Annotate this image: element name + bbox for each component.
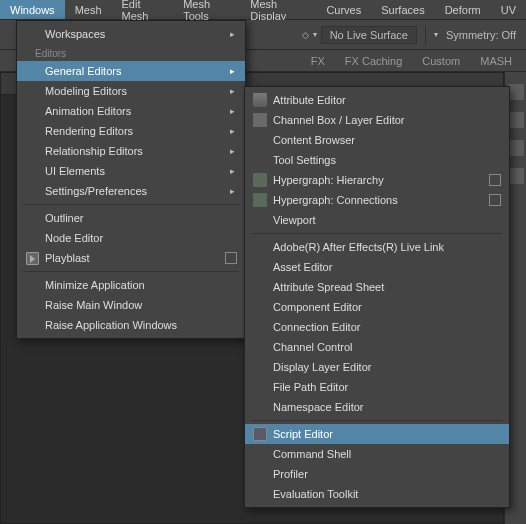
- submenu-item-asset-editor[interactable]: Asset Editor: [245, 257, 509, 277]
- menu-separator: [251, 233, 503, 234]
- shelf-tab-custom[interactable]: Custom: [418, 53, 464, 69]
- symmetry-dropdown[interactable]: ▾ Symmetry: Off: [434, 27, 520, 43]
- submenu-item-hypergraph-hierarchy[interactable]: Hypergraph: Hierarchy: [245, 170, 509, 190]
- menu-mesh[interactable]: Mesh: [65, 0, 112, 19]
- submenu-item-label: Tool Settings: [271, 154, 501, 166]
- submenu-item-attribute-spread-sheet[interactable]: Attribute Spread Sheet: [245, 277, 509, 297]
- submenu-item-label: Display Layer Editor: [271, 361, 501, 373]
- menu-item-ui-elements[interactable]: UI Elements: [17, 161, 245, 181]
- chevron-right-icon: [227, 166, 237, 176]
- chevron-right-icon: [227, 66, 237, 76]
- toolbar-divider: [425, 25, 426, 45]
- windows-menu: Workspaces Editors General Editors Model…: [16, 20, 246, 339]
- submenu-item-label: Script Editor: [271, 428, 501, 440]
- submenu-item-adobe-r-after-effects-r-live-link[interactable]: Adobe(R) After Effects(R) Live Link: [245, 237, 509, 257]
- submenu-item-label: Hypergraph: Hierarchy: [271, 174, 489, 186]
- chan-icon: [253, 113, 267, 127]
- submenu-item-display-layer-editor[interactable]: Display Layer Editor: [245, 357, 509, 377]
- menu-separator: [23, 204, 239, 205]
- option-box[interactable]: [489, 174, 501, 186]
- chevron-right-icon: [227, 29, 237, 39]
- chevron-right-icon: [227, 106, 237, 116]
- menu-item-minimize-application[interactable]: Minimize Application: [17, 275, 245, 295]
- submenu-item-namespace-editor[interactable]: Namespace Editor: [245, 397, 509, 417]
- submenu-item-profiler[interactable]: Profiler: [245, 464, 509, 484]
- menu-item-outliner[interactable]: Outliner: [17, 208, 245, 228]
- shelf-tab-fx[interactable]: FX: [307, 53, 329, 69]
- submenu-item-viewport[interactable]: Viewport: [245, 210, 509, 230]
- chevron-right-icon: [227, 146, 237, 156]
- submenu-item-channel-box-layer-editor[interactable]: Channel Box / Layer Editor: [245, 110, 509, 130]
- option-box[interactable]: [489, 194, 501, 206]
- chevron-right-icon: [227, 86, 237, 96]
- submenu-item-hypergraph-connections[interactable]: Hypergraph: Connections: [245, 190, 509, 210]
- submenu-item-label: Hypergraph: Connections: [271, 194, 489, 206]
- chevron-right-icon: [227, 186, 237, 196]
- submenu-item-label: Viewport: [271, 214, 501, 226]
- menu-item-modeling-editors[interactable]: Modeling Editors: [17, 81, 245, 101]
- shelf-tab-fx-caching[interactable]: FX Caching: [341, 53, 406, 69]
- menu-item-playblast[interactable]: Playblast: [17, 248, 245, 268]
- menu-surfaces[interactable]: Surfaces: [371, 0, 434, 19]
- submenu-item-label: Profiler: [271, 468, 501, 480]
- submenu-item-label: Content Browser: [271, 134, 501, 146]
- submenu-item-label: Attribute Editor: [271, 94, 501, 106]
- menu-deform[interactable]: Deform: [435, 0, 491, 19]
- submenu-item-channel-control[interactable]: Channel Control: [245, 337, 509, 357]
- submenu-item-tool-settings[interactable]: Tool Settings: [245, 150, 509, 170]
- submenu-item-file-path-editor[interactable]: File Path Editor: [245, 377, 509, 397]
- chevron-right-icon: [227, 126, 237, 136]
- menu-curves[interactable]: Curves: [316, 0, 371, 19]
- menu-mesh-display[interactable]: Mesh Display: [240, 0, 316, 19]
- play-icon: [26, 252, 39, 265]
- submenu-item-label: File Path Editor: [271, 381, 501, 393]
- submenu-item-label: Component Editor: [271, 301, 501, 313]
- menu-item-workspaces[interactable]: Workspaces: [17, 24, 245, 44]
- menu-item-animation-editors[interactable]: Animation Editors: [17, 101, 245, 121]
- submenu-item-connection-editor[interactable]: Connection Editor: [245, 317, 509, 337]
- submenu-item-label: Connection Editor: [271, 321, 501, 333]
- shelf-tab-mash[interactable]: MASH: [476, 53, 516, 69]
- menu-mesh-tools[interactable]: Mesh Tools: [173, 0, 240, 19]
- submenu-item-evaluation-toolkit[interactable]: Evaluation Toolkit: [245, 484, 509, 504]
- submenu-item-command-shell[interactable]: Command Shell: [245, 444, 509, 464]
- option-box[interactable]: [225, 252, 237, 264]
- menu-windows[interactable]: Windows: [0, 0, 65, 19]
- menu-uv[interactable]: UV: [491, 0, 526, 19]
- submenu-item-label: Asset Editor: [271, 261, 501, 273]
- main-menubar: Windows Mesh Edit Mesh Mesh Tools Mesh D…: [0, 0, 526, 20]
- general-editors-submenu: Attribute EditorChannel Box / Layer Edit…: [244, 86, 510, 508]
- submenu-item-component-editor[interactable]: Component Editor: [245, 297, 509, 317]
- menu-item-relationship-editors[interactable]: Relationship Editors: [17, 141, 245, 161]
- submenu-item-label: Channel Box / Layer Editor: [271, 114, 501, 126]
- submenu-item-label: Evaluation Toolkit: [271, 488, 501, 500]
- menu-item-raise-main-window[interactable]: Raise Main Window: [17, 295, 245, 315]
- attr-icon: [253, 93, 267, 107]
- menu-item-raise-application-windows[interactable]: Raise Application Windows: [17, 315, 245, 335]
- menu-item-settings-preferences[interactable]: Settings/Preferences: [17, 181, 245, 201]
- hgraph-icon: [253, 173, 267, 187]
- menu-item-rendering-editors[interactable]: Rendering Editors: [17, 121, 245, 141]
- submenu-item-label: Adobe(R) After Effects(R) Live Link: [271, 241, 501, 253]
- menu-edit-mesh[interactable]: Edit Mesh: [112, 0, 174, 19]
- submenu-item-label: Command Shell: [271, 448, 501, 460]
- submenu-item-attribute-editor[interactable]: Attribute Editor: [245, 90, 509, 110]
- menu-item-general-editors[interactable]: General Editors: [17, 61, 245, 81]
- editors-section-header: Editors: [17, 44, 245, 61]
- script-icon: [253, 427, 267, 441]
- menu-item-node-editor[interactable]: Node Editor: [17, 228, 245, 248]
- submenu-item-label: Attribute Spread Sheet: [271, 281, 501, 293]
- submenu-item-content-browser[interactable]: Content Browser: [245, 130, 509, 150]
- live-surface-dropdown[interactable]: ◇▾ No Live Surface: [302, 26, 417, 44]
- submenu-item-label: Namespace Editor: [271, 401, 501, 413]
- menu-separator: [251, 420, 503, 421]
- hgraph-icon: [253, 193, 267, 207]
- submenu-item-script-editor[interactable]: Script Editor: [245, 424, 509, 444]
- menu-separator: [23, 271, 239, 272]
- submenu-item-label: Channel Control: [271, 341, 501, 353]
